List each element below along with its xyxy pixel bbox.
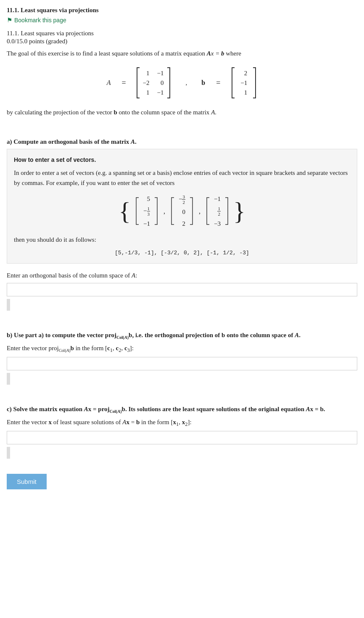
part-c-label: c) Solve the matrix equation Ax = projCo… xyxy=(7,406,357,414)
hint-title: How to enter a set of vectors. xyxy=(14,155,350,164)
answer-c-input[interactable] xyxy=(7,431,357,444)
part-b-label: b) Use part a) to compute the vector pro… xyxy=(7,332,357,340)
bracket-right-b xyxy=(251,66,257,100)
answer-a-input[interactable] xyxy=(7,283,357,296)
example-vectors-display: { 5 −13 −1 , xyxy=(14,194,350,228)
bracket-left-v2 xyxy=(170,196,175,226)
part-a-label: a) Compute an orthogonal basis of the ma… xyxy=(7,138,357,145)
points-label: 0.0/15.0 points (graded) xyxy=(7,38,357,45)
bracket-right-v2 xyxy=(189,196,194,226)
bracket-left-b xyxy=(230,66,236,100)
answer-b-input[interactable] xyxy=(7,357,357,370)
bracket-left-A xyxy=(135,66,141,100)
bracket-left-v1 xyxy=(135,196,140,226)
bookmark-label: Bookmark this page xyxy=(14,17,66,24)
bracket-left-v3 xyxy=(206,196,211,226)
input-b-label: Enter the vector projCol(A)b in the form… xyxy=(7,343,357,354)
section-title: 11.1. Least squares via projections xyxy=(7,30,357,37)
input-a-group xyxy=(7,283,357,311)
bookmark-icon: ⚑ xyxy=(7,16,12,24)
side-indicator-c xyxy=(7,447,10,459)
hint-then-text: then you should do it as follows: xyxy=(14,235,350,245)
curly-right: } xyxy=(233,198,245,224)
input-c-label: Enter the vector x of least square solut… xyxy=(7,417,357,428)
part-c-section: c) Solve the matrix equation Ax = projCo… xyxy=(7,406,357,459)
matrix-display: A = 1−1 −20 1−1 , b = 2 −1 1 xyxy=(7,66,357,100)
input-b-group xyxy=(7,357,357,385)
bracket-right-v3 xyxy=(224,196,229,226)
side-indicator-b xyxy=(7,373,10,385)
bookmark-link[interactable]: ⚑ Bookmark this page xyxy=(7,16,357,24)
comma-1: , xyxy=(164,206,165,217)
side-indicator-a xyxy=(7,299,10,311)
input-a-label: Enter an orthogonal basis of the column … xyxy=(7,270,357,280)
comma-2: , xyxy=(199,206,200,217)
curly-left: { xyxy=(119,198,131,224)
page-top-title: 11.1. Least squares via projections xyxy=(7,7,357,14)
hint-box: How to enter a set of vectors. In order … xyxy=(7,149,357,264)
part-a-section: a) Compute an orthogonal basis of the ma… xyxy=(7,138,357,311)
bracket-right-v1 xyxy=(153,196,158,226)
example-vector-set: 5 −13 −1 , −32 0 xyxy=(135,194,229,228)
hint-text: In order to enter a set of vectors (e.g.… xyxy=(14,168,350,188)
submit-button[interactable]: Submit xyxy=(7,474,47,489)
intro-text-2: by calculating the projection of the vec… xyxy=(7,107,357,117)
bracket-right-A xyxy=(166,66,171,100)
part-b-section: b) Use part a) to compute the vector pro… xyxy=(7,332,357,385)
input-c-group xyxy=(7,431,357,459)
hint-code: [5,-1/3, -1], [-3/2, 0, 2], [-1, 1/2, -3… xyxy=(14,249,350,258)
intro-text: The goal of this exercise is to find a l… xyxy=(7,48,357,58)
